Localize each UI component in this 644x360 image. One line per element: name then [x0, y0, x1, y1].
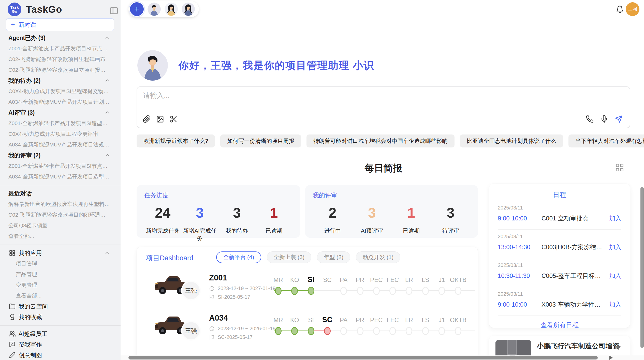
milestone-label: J1: [438, 276, 445, 283]
sidebar-row-label: 我的云空间: [19, 303, 110, 310]
sidebar-item[interactable]: C0X4-动力总成开发项目SI里程碑提交物检查: [0, 86, 121, 97]
milestone-node: [291, 287, 298, 295]
user-avatar[interactable]: 王强: [626, 2, 639, 16]
sidebar-item[interactable]: A034-全新新能源MUV产品开发项目造型可行性评审: [0, 171, 121, 182]
add-member-button[interactable]: +: [130, 2, 144, 16]
join-meeting-link[interactable]: 加入: [609, 272, 621, 280]
sidebar-item[interactable]: 解释最新出台的欧盟报废车法规再生塑料比例被调至15%...: [0, 199, 121, 209]
sidebar-item[interactable]: C02-飞腾新能源轻客改款项目立项汇报方案: [0, 65, 121, 75]
sidebar-section-header[interactable]: AI评审 (3): [0, 107, 121, 118]
sidebar-item[interactable]: 变更管理: [0, 280, 121, 290]
sidebar-collapse-icon[interactable]: [109, 6, 119, 15]
sidebar-row-label: Z001-全新燃油皮卡产品开发项目SI节点Lesson Learn报告: [8, 45, 110, 52]
suggestion-chip[interactable]: 当下年轻人对汽车外观有怎样的喜好趋势: [568, 134, 644, 147]
milestone-node: [455, 327, 461, 335]
sidebar-item[interactable]: A034-全新新能源MUV产品开发项目法规符合性评审: [0, 139, 121, 150]
sidebar-item[interactable]: A034-全新新能源MUV产品开发项目计划变更表编写: [0, 97, 121, 107]
mic-icon[interactable]: [600, 115, 608, 123]
schedule-event: 2025/03/1110:30-11:30C005-整车工程目标评审加入: [498, 258, 621, 287]
sidebar-row-label: 我的待办 (2): [8, 77, 101, 85]
join-meeting-link[interactable]: 加入: [609, 214, 621, 222]
sidebar-item[interactable]: Z001-全新燃油轻卡产品开发项目SI造型提交物评审: [0, 118, 121, 129]
event-title: X003-车辆动力学性能验...: [541, 301, 606, 309]
chevron-up-icon[interactable]: [104, 152, 110, 158]
milestone-node: [438, 287, 445, 295]
notification-bell-icon[interactable]: [616, 5, 624, 13]
suggestion-chip[interactable]: 比亚迪全固态电池计划具体说了什么: [460, 134, 563, 147]
scroll-right-arrow-icon[interactable]: [609, 356, 613, 360]
milestone-label: J1: [438, 317, 445, 324]
chevron-up-icon[interactable]: [104, 78, 110, 84]
paperclip-icon[interactable]: [143, 115, 151, 123]
suggestion-chip[interactable]: 如何写一份清晰的项目周报: [220, 134, 301, 147]
join-meeting-link[interactable]: 加入: [609, 243, 621, 251]
join-meeting-link[interactable]: 加入: [609, 301, 621, 309]
send-icon[interactable]: [615, 115, 623, 123]
sidebar-item[interactable]: Z001-全新燃油轻卡产品开发项目SI节点属性5D文件评审: [0, 161, 121, 171]
horizontal-scrollbar-thumb[interactable]: [128, 356, 598, 359]
milestone-label: OKTB: [450, 276, 466, 283]
sidebar-section-header[interactable]: Agent已办 (3): [0, 33, 121, 43]
sidebar-item[interactable]: C02-飞腾新能源轻客改款项目的闭环通告反馈情况: [0, 209, 121, 220]
sidebar-row-label: C0X4-动力总成开发项目工程变更评审: [8, 130, 110, 138]
sidebar-section-header[interactable]: 我的云空间: [0, 301, 121, 312]
project-row[interactable]: 王强Z0012023-12-19 ~ 2027-01-19SI-2025-05-…: [137, 270, 478, 310]
image-icon[interactable]: [156, 115, 164, 123]
sidebar-row-label: AI超级员工: [19, 330, 110, 338]
sidebar-section-header[interactable]: 我的评审 (2): [0, 150, 121, 161]
suggestion-chip[interactable]: 欧洲新规最近颁布了什么?: [137, 134, 215, 147]
scissors-icon[interactable]: [170, 115, 178, 123]
sidebar-section-header[interactable]: 最近对话: [0, 188, 121, 199]
sidebar-item[interactable]: Z001-全新燃油皮卡产品开发项目SI节点Lesson Learn报告: [0, 43, 121, 54]
phone-icon[interactable]: [586, 115, 594, 123]
sidebar-item[interactable]: C02-飞腾新能源轻客改款项目里程碑画布: [0, 54, 121, 65]
new-chat-button[interactable]: + 新对话: [6, 18, 114, 31]
chevron-up-icon[interactable]: [104, 110, 110, 116]
view-all-schedule-link[interactable]: 查看所有日程: [489, 321, 630, 329]
chat-input[interactable]: [143, 91, 551, 109]
sidebar-item[interactable]: 公司Q3轻卡销量: [0, 220, 121, 231]
horizontal-scrollbar[interactable]: [121, 355, 644, 360]
suggestion-chips: 欧洲新规最近颁布了什么?如何写一份清晰的项目周报特朗普可能对进口汽车增税会对中国…: [137, 134, 630, 147]
sidebar-item[interactable]: 项目管理: [0, 258, 121, 269]
event-date: 2025/03/11: [498, 234, 621, 239]
suggestion-chip[interactable]: 特朗普可能对进口汽车增税会对中国车企造成哪些影响: [306, 134, 455, 147]
stat-value: 1: [392, 206, 431, 220]
sidebar-section-header[interactable]: 创意制图: [0, 350, 121, 360]
project-date-range: 2023-12-19 ~ 2026-01-19: [209, 326, 275, 332]
sidebar-section-header[interactable]: 我的收藏: [0, 312, 121, 322]
vertical-scrollbar-thumb[interactable]: [640, 187, 644, 348]
chevron-up-icon[interactable]: [104, 250, 110, 256]
dashboard-tab[interactable]: 动总开发 (1): [356, 251, 400, 263]
chevron-up-icon[interactable]: [104, 35, 110, 41]
stat-item: 1已逾期: [255, 206, 292, 242]
teammate-2-avatar[interactable]: [165, 3, 178, 16]
teammate-1-avatar[interactable]: [148, 3, 161, 16]
sidebar-section-header[interactable]: 我的待办 (2): [0, 75, 121, 86]
sidebar-section-header[interactable]: 我的应用: [0, 248, 121, 258]
project-code: Z001: [209, 273, 227, 282]
dashboard-tab[interactable]: 年型 (2): [317, 251, 350, 263]
event-title: C005-整车工程目标评审: [541, 272, 606, 280]
project-row[interactable]: 王强A0342023-12-19 ~ 2026-01-19SC-2025-05-…: [137, 310, 478, 350]
milestone-label: PR: [356, 276, 364, 283]
sidebar-section-header[interactable]: 帮我写作: [0, 339, 121, 350]
dashboard-tab[interactable]: 全新上装 (3): [267, 251, 311, 263]
milestone-label: PEC: [370, 276, 383, 283]
sidebar-row-label: C0X4-动力总成开发项目SI里程碑提交物检查: [8, 88, 110, 95]
sidebar-item[interactable]: 产品管理: [0, 269, 121, 280]
sidebar-row-label: A034-全新新能源MUV产品开发项目造型可行性评审: [8, 173, 110, 180]
teammate-3-avatar[interactable]: [182, 3, 195, 16]
sidebar-section-header[interactable]: AI超级员工: [0, 328, 121, 339]
news-title: 小鹏飞行汽车制造公司增资: [537, 341, 619, 351]
dashboard-title: 项目Dashboard: [146, 253, 193, 263]
scroll-down-arrow-icon[interactable]: [616, 346, 621, 350]
dashboard-tab[interactable]: 全新平台 (4): [216, 251, 261, 263]
sidebar-item[interactable]: 查看全部...: [0, 290, 121, 301]
grid-view-toggle-icon[interactable]: [615, 163, 624, 172]
flag-icon: [209, 294, 215, 300]
folder-icon: [9, 303, 16, 310]
sidebar-item[interactable]: C0X4-动力总成开发项目工程变更评审: [0, 129, 121, 139]
sidebar-item[interactable]: 查看全部...: [0, 231, 121, 242]
milestone-node: [389, 327, 396, 335]
